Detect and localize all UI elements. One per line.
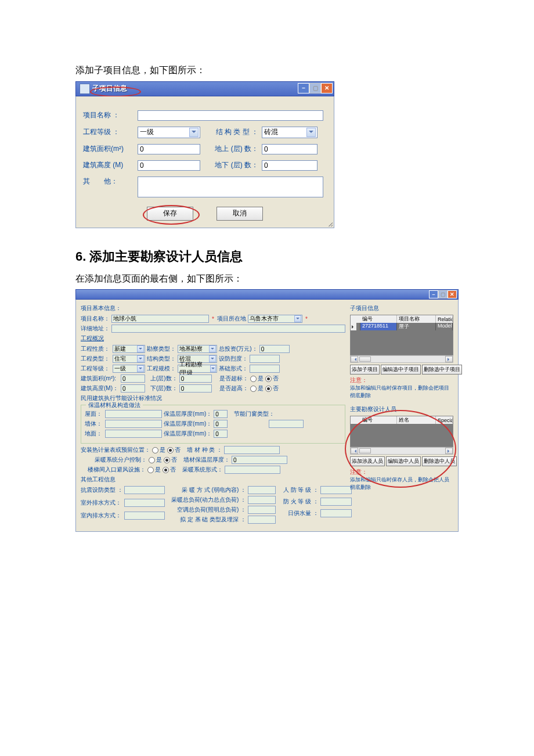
chevron-down-icon — [306, 128, 316, 137]
detail-addr-input[interactable] — [111, 325, 345, 333]
fire-grade-input[interactable] — [320, 498, 352, 506]
insulation-fieldset: 保温材料及构造做法 屋面： 保温层厚度(mm)： 节能门窗类型： 墙体： 保温层… — [81, 405, 345, 444]
floor-input[interactable] — [105, 430, 162, 438]
outdoor-drain-input[interactable] — [124, 499, 165, 507]
project-name-input[interactable] — [111, 315, 209, 323]
label-project-name: 项目名称： — [81, 315, 110, 323]
foundation-depth-input[interactable] — [248, 516, 276, 524]
daily-water-input[interactable] — [320, 509, 352, 517]
foundation-input[interactable] — [250, 365, 280, 373]
wall-thk-input[interactable] — [214, 420, 228, 428]
label-heating-mode: 采 暖 方 式 (弱电内容) ： — [169, 486, 246, 494]
seismic-intensity-input[interactable] — [250, 355, 280, 363]
label-seismic-intensity: 设防烈度： — [219, 355, 248, 363]
label-stair-shelter: 楼梯间入口避风设施： — [88, 466, 146, 474]
close-button[interactable]: ✕ — [321, 83, 333, 93]
eng-scale-select[interactable]: 工程勘察(甲级 — [178, 365, 217, 373]
scroll-left-icon[interactable] — [351, 448, 358, 454]
label-ins-thk-3: 保温层厚度(mm)： — [164, 430, 212, 438]
struct-type-select[interactable]: 砖混 — [262, 127, 317, 138]
eng-grade-select[interactable]: 一级 — [113, 365, 145, 373]
grid-row[interactable]: 272718511 屋子 Model.D — [351, 323, 453, 330]
heating-split-no-radio[interactable]: 否 — [164, 456, 177, 464]
area-input[interactable] — [138, 144, 200, 154]
meter-yes-radio[interactable]: 是 — [152, 446, 165, 454]
wall-ins-thk-input[interactable] — [232, 456, 287, 464]
above-input[interactable] — [179, 375, 212, 383]
minimize-button[interactable]: – — [298, 83, 309, 93]
designers-grid[interactable]: 编号 姓名 Special — [350, 416, 453, 447]
stair-yes-radio[interactable]: 是 — [147, 466, 161, 474]
scroll-right-icon[interactable] — [445, 356, 453, 362]
h-scrollbar[interactable] — [350, 447, 453, 455]
save-button[interactable]: 保存 — [147, 207, 193, 221]
grade-select[interactable]: 一级 — [138, 127, 200, 138]
add-sub-button[interactable]: 添加子项目 — [350, 365, 380, 375]
wall-input[interactable] — [105, 420, 162, 428]
close-button[interactable]: ✕ — [448, 290, 457, 298]
roof-thk-input[interactable] — [214, 410, 228, 418]
above-floors-input[interactable] — [262, 144, 317, 154]
location-select[interactable]: 乌鲁木齐市 — [248, 315, 302, 323]
heating-mode-input[interactable] — [248, 486, 276, 494]
edit-person-button[interactable]: 编辑选中人员 — [386, 456, 421, 466]
seismic-type-input[interactable] — [124, 486, 165, 494]
label-roof: 屋面： — [85, 410, 103, 418]
over-height-no-radio[interactable]: 否 — [265, 384, 279, 393]
del-person-button[interactable]: 删除选中人员 — [422, 456, 457, 466]
sub-project-header: 子项目信息 — [350, 304, 453, 312]
eng-nature-select[interactable]: 新建 — [113, 345, 145, 353]
h-scrollbar[interactable] — [350, 355, 453, 363]
over-std-yes-radio[interactable]: 是 — [250, 375, 264, 383]
resize-grip[interactable] — [327, 221, 333, 226]
label-indoor-drain: 室内排水方式： — [81, 512, 122, 520]
total-invest-input[interactable] — [259, 345, 290, 353]
edit-sub-button[interactable]: 编辑选中子项目 — [381, 365, 421, 375]
heating-load-input[interactable] — [248, 496, 276, 504]
scroll-left-icon[interactable] — [351, 356, 358, 362]
below-input[interactable] — [179, 384, 212, 393]
ac-load-input[interactable] — [248, 506, 276, 514]
label-ins-thk-2: 保温层厚度(mm)： — [164, 420, 212, 428]
height-input[interactable] — [121, 384, 145, 393]
maximize-button: ▢ — [438, 290, 448, 298]
chevron-down-icon — [137, 365, 144, 372]
other-textarea[interactable] — [138, 177, 323, 197]
below-floors-input[interactable] — [262, 160, 317, 171]
civil-defense-input[interactable] — [320, 486, 352, 494]
over-height-yes-radio[interactable]: 是 — [250, 384, 264, 393]
heating-split-yes-radio[interactable]: 是 — [149, 456, 162, 464]
chevron-down-icon — [137, 345, 144, 352]
del-sub-button[interactable]: 删除选中子项目 — [422, 365, 462, 375]
cancel-button[interactable]: 取消 — [217, 207, 263, 221]
label-heating-form: 采暖系统形式： — [182, 466, 223, 474]
titlebar[interactable]: – ▢ ✕ — [75, 289, 459, 300]
label-height: 建筑高度 (M) — [83, 160, 138, 170]
stair-no-radio[interactable]: 否 — [163, 466, 176, 474]
over-std-no-radio[interactable]: 否 — [265, 375, 279, 383]
wall-kind-input[interactable] — [224, 446, 280, 454]
heating-form-input[interactable] — [225, 466, 280, 474]
col-id: 编号 — [360, 416, 397, 424]
titlebar[interactable]: 子项目信息 – ▢ ✕ — [75, 81, 334, 96]
label-below: 地下 (层) 数： — [200, 160, 262, 170]
overview-link[interactable]: 工程概况 — [81, 334, 345, 343]
indoor-drain-input[interactable] — [124, 512, 165, 520]
add-person-button[interactable]: 添加涉及人员 — [350, 456, 385, 466]
eng-type-select[interactable]: 住宅 — [113, 355, 145, 363]
scroll-right-icon[interactable] — [445, 448, 453, 454]
intro-text-2: 在添加信息页面的最右侧，如下图所示： — [75, 271, 459, 286]
meter-no-radio[interactable]: 否 — [167, 446, 181, 454]
area-input[interactable] — [121, 375, 145, 383]
project-name-input[interactable] — [138, 110, 323, 121]
height-input[interactable] — [138, 160, 200, 171]
sub-project-dialog: 子项目信息 – ▢ ✕ 项目名称 ： 工程等级 ： 一级 结 构 类 型 ： 砖… — [75, 81, 334, 228]
survey-type-select[interactable]: 地基勘察 — [178, 345, 217, 353]
app-icon — [80, 84, 90, 94]
sub-project-grid[interactable]: 编号 项目名称 Relatio 272718511 屋子 Model.D — [350, 315, 453, 355]
minimize-button[interactable]: – — [429, 290, 438, 298]
roof-input[interactable] — [105, 410, 162, 418]
floor-thk-input[interactable] — [214, 430, 228, 438]
label-meter-pos: 安装热计量表或预留位置： — [81, 446, 150, 454]
es-door-input[interactable] — [269, 420, 304, 428]
